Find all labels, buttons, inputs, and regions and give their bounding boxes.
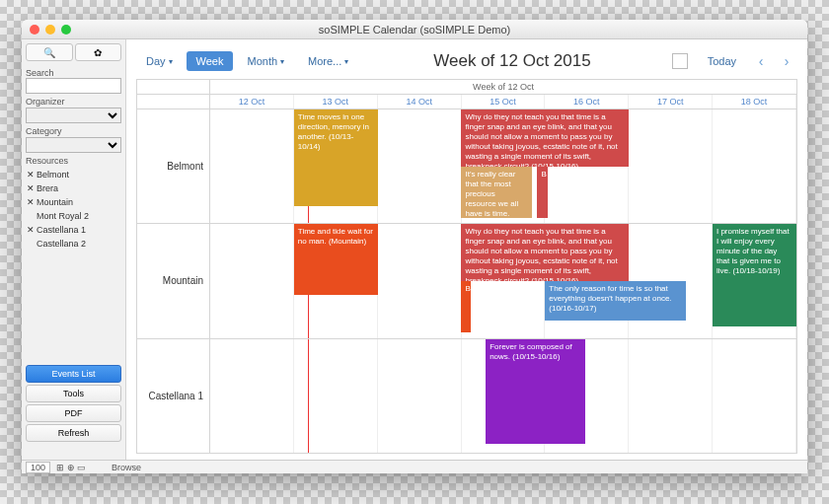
resource-item[interactable]: ✕Mountain bbox=[26, 195, 121, 209]
browse-mode: Browse bbox=[112, 463, 141, 472]
toolbar: Day▾ Week Month▾ More...▾ Week of 12 Oct… bbox=[136, 47, 797, 75]
calendar-cell[interactable] bbox=[210, 224, 294, 337]
day-header[interactable]: 16 Oct bbox=[545, 95, 629, 108]
calendar-event[interactable]: It's really clear that the most precious… bbox=[461, 167, 531, 218]
calendar-row: Castellana 1Forever is composed of nows.… bbox=[137, 339, 796, 453]
gear-icon: ✿ bbox=[94, 47, 102, 58]
calendar-cell[interactable] bbox=[378, 224, 462, 337]
calendar-event[interactable]: I promise myself that I will enjoy every… bbox=[713, 224, 796, 326]
calendar-picker-icon[interactable] bbox=[672, 53, 688, 69]
search-input[interactable] bbox=[26, 78, 121, 94]
day-header[interactable]: 13 Oct bbox=[294, 95, 378, 108]
row-label: Mountain bbox=[137, 224, 210, 337]
organizer-select[interactable] bbox=[26, 108, 121, 123]
resource-item[interactable]: Castellana 2 bbox=[26, 237, 121, 251]
calendar-cell[interactable] bbox=[210, 109, 294, 223]
calendar-cell[interactable] bbox=[713, 339, 796, 453]
sidebar: 🔍 ✿ Search Organizer Category Resources … bbox=[22, 39, 126, 460]
resource-item[interactable]: ✕Belmont bbox=[26, 168, 121, 181]
pdf-button[interactable]: PDF bbox=[26, 404, 121, 422]
search-icon-button[interactable]: 🔍 bbox=[26, 43, 73, 61]
day-header[interactable]: 15 Oct bbox=[462, 95, 546, 108]
settings-button[interactable]: ✿ bbox=[75, 43, 122, 61]
category-select[interactable] bbox=[26, 137, 121, 153]
zoom-level[interactable]: 100 bbox=[26, 462, 50, 473]
calendar-event[interactable]: Time moves in one direction, memory in a… bbox=[294, 109, 378, 206]
status-icon: ⊞ ⊕ ▭ bbox=[56, 463, 86, 472]
calendar-cell[interactable] bbox=[713, 109, 796, 223]
resource-item[interactable]: Mont Royal 2 bbox=[26, 209, 121, 223]
day-header[interactable]: 14 Oct bbox=[378, 95, 462, 108]
calendar-cell[interactable] bbox=[294, 339, 378, 453]
calendar-row: MountainTime and tide wait for no man. (… bbox=[137, 224, 796, 338]
organizer-label: Organizer bbox=[26, 97, 121, 107]
today-marker bbox=[308, 339, 309, 453]
calendar-cell[interactable] bbox=[210, 339, 294, 453]
page-title: Week of 12 Oct 2015 bbox=[362, 51, 661, 71]
calendar-row: BelmontTime moves in one direction, memo… bbox=[137, 109, 796, 224]
resource-item[interactable]: ✕Brera bbox=[26, 181, 121, 195]
view-more[interactable]: More...▾ bbox=[298, 51, 358, 71]
calendar-grid: Week of 12 Oct 12 Oct13 Oct14 Oct15 Oct1… bbox=[136, 79, 797, 454]
row-label: Castellana 1 bbox=[137, 339, 210, 453]
calendar-cell[interactable] bbox=[629, 339, 713, 453]
resources-list: ✕Belmont✕Brera✕MountainMont Royal 2✕Cast… bbox=[26, 168, 121, 251]
events-list-button[interactable]: Events List bbox=[26, 365, 121, 383]
next-button[interactable]: › bbox=[776, 50, 797, 72]
calendar-event[interactable]: The only reason for time is so that ever… bbox=[545, 281, 686, 321]
calendar-cell[interactable] bbox=[378, 109, 462, 223]
tools-button[interactable]: Tools bbox=[26, 385, 121, 402]
resource-item[interactable]: ✕Castellana 1 bbox=[26, 223, 121, 237]
resources-label: Resources bbox=[26, 156, 121, 166]
calendar-cell[interactable] bbox=[378, 339, 462, 453]
calendar-event[interactable]: Why do they not teach you that time is a… bbox=[461, 109, 629, 167]
window-title: soSIMPLE Calendar (soSIMPLE Demo) bbox=[22, 24, 807, 36]
day-header[interactable]: 17 Oct bbox=[629, 95, 713, 108]
search-label: Search bbox=[26, 68, 121, 78]
today-button[interactable]: Today bbox=[698, 55, 746, 67]
calendar-event[interactable]: Forever is composed of nows. (10/15-10/1… bbox=[486, 339, 585, 444]
calendar-event[interactable]: Time and tide wait for no man. (Mountain… bbox=[294, 224, 378, 295]
refresh-button[interactable]: Refresh bbox=[26, 424, 121, 442]
category-label: Category bbox=[26, 126, 121, 136]
status-bar: 100 ⊞ ⊕ ▭ Browse bbox=[22, 460, 807, 473]
titlebar: soSIMPLE Calendar (soSIMPLE Demo) bbox=[22, 20, 807, 39]
calendar-event[interactable]: B bbox=[461, 281, 471, 332]
view-week[interactable]: Week bbox=[187, 51, 234, 71]
app-window: soSIMPLE Calendar (soSIMPLE Demo) 🔍 ✿ Se… bbox=[22, 20, 807, 473]
day-header[interactable]: 18 Oct bbox=[713, 95, 796, 108]
day-header[interactable]: 12 Oct bbox=[210, 95, 294, 108]
view-month[interactable]: Month▾ bbox=[237, 51, 294, 71]
prev-button[interactable]: ‹ bbox=[750, 50, 772, 72]
calendar-event[interactable]: Why do they not teach you that time is a… bbox=[461, 224, 629, 281]
view-day[interactable]: Day▾ bbox=[136, 51, 183, 71]
calendar-cell[interactable] bbox=[629, 109, 713, 223]
row-label: Belmont bbox=[137, 109, 210, 223]
week-label: Week of 12 Oct bbox=[210, 80, 796, 94]
main: Day▾ Week Month▾ More...▾ Week of 12 Oct… bbox=[126, 39, 807, 460]
calendar-event[interactable]: B bbox=[537, 167, 548, 218]
